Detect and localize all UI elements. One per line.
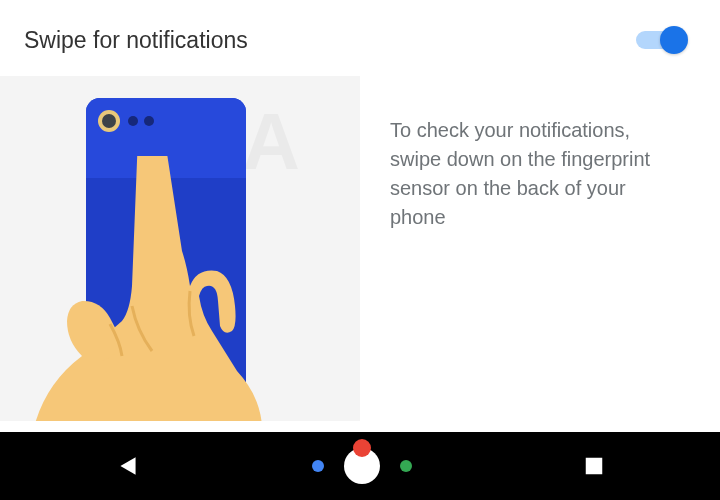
hand-icon xyxy=(22,156,322,421)
description-text: To check your notifications, swipe down … xyxy=(390,116,680,232)
toggle-thumb xyxy=(660,26,688,54)
nav-home-button[interactable] xyxy=(302,446,422,486)
content-area: A To check your notifications, swipe dow… xyxy=(0,76,720,421)
description-panel: To check your notifications, swipe down … xyxy=(360,76,720,421)
navigation-bar xyxy=(0,432,720,500)
back-triangle-icon xyxy=(115,453,141,479)
nav-recents-button[interactable] xyxy=(583,455,605,477)
assistant-dot-green-icon xyxy=(400,460,412,472)
svg-rect-0 xyxy=(586,458,603,475)
feature-toggle[interactable] xyxy=(636,24,688,56)
illustration-panel: A xyxy=(0,76,360,421)
nav-back-button[interactable] xyxy=(115,453,141,479)
recents-square-icon xyxy=(583,455,605,477)
page-title: Swipe for notifications xyxy=(24,27,248,54)
assistant-dot-blue-icon xyxy=(312,460,324,472)
setting-header: Swipe for notifications xyxy=(0,0,720,76)
assistant-dot-red-icon xyxy=(353,439,371,457)
